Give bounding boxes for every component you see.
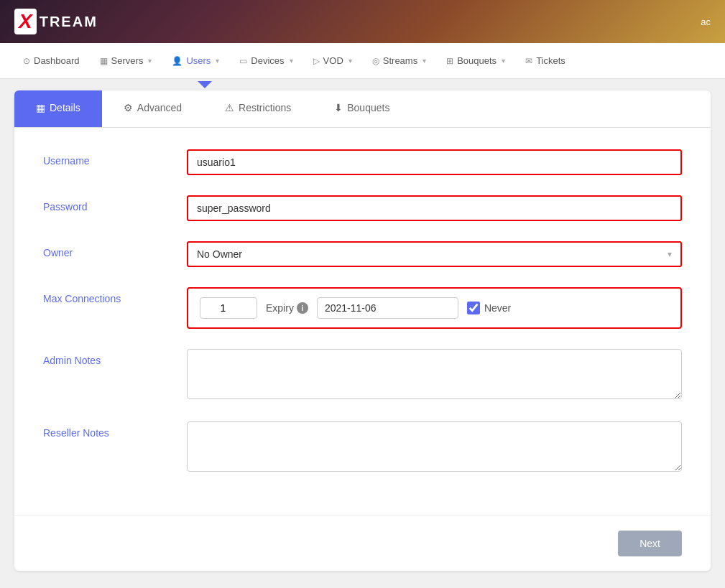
never-group: Never xyxy=(467,302,511,314)
bouquets-icon: ⊞ xyxy=(446,56,453,66)
expiry-text: Expiry xyxy=(266,302,294,314)
bouquets-tab-icon: ⬇ xyxy=(334,102,343,113)
password-field xyxy=(187,195,682,221)
tab-advanced-label: Advanced xyxy=(137,102,182,113)
nav-label-streams: Streams xyxy=(383,55,417,66)
devices-caret: ▾ xyxy=(290,57,293,65)
nav-item-bouquets[interactable]: ⊞ Bouquets ▾ xyxy=(438,50,514,72)
tab-restrictions[interactable]: ⚠ Restrictions xyxy=(203,90,313,127)
nav-label-tickets: Tickets xyxy=(536,55,565,66)
streams-caret: ▾ xyxy=(422,57,426,65)
tab-bouquets-label: Bouquets xyxy=(347,102,389,113)
users-dropdown-arrow xyxy=(198,81,212,88)
never-label: Never xyxy=(484,302,511,314)
main-content: ▦ Details ⚙ Advanced ⚠ Restrictions ⬇ Bo… xyxy=(0,90,725,588)
tab-restrictions-label: Restrictions xyxy=(239,102,291,113)
nav-item-users[interactable]: 👤 Users ▾ xyxy=(163,50,228,72)
admin-notes-textarea[interactable] xyxy=(187,349,682,399)
form-footer: Next xyxy=(14,515,711,571)
dashboard-icon: ⊙ xyxy=(23,56,30,66)
nav-label-dashboard: Dashboard xyxy=(34,55,80,66)
owner-field: No Owner ▾ xyxy=(187,241,682,267)
nav-label-devices: Devices xyxy=(251,55,284,66)
password-row: Password xyxy=(43,195,682,221)
admin-notes-label: Admin Notes xyxy=(43,349,187,366)
nav-item-devices[interactable]: ▭ Devices ▾ xyxy=(231,50,301,72)
logo: X TREAM xyxy=(14,9,98,34)
users-icon: 👤 xyxy=(172,56,183,66)
password-input[interactable] xyxy=(187,195,682,221)
advanced-tab-icon: ⚙ xyxy=(124,102,133,113)
vod-caret: ▾ xyxy=(348,57,352,65)
reseller-notes-textarea[interactable] xyxy=(187,421,682,472)
connections-group: Expiry i Never xyxy=(187,287,682,329)
max-connections-row: Max Connections Expiry i Never xyxy=(43,287,682,329)
owner-select-wrapper: No Owner ▾ xyxy=(187,241,682,267)
app-header: X TREAM ac xyxy=(0,0,725,43)
streams-icon: ◎ xyxy=(372,56,379,66)
reseller-notes-field xyxy=(187,421,682,474)
max-connections-input[interactable] xyxy=(200,297,257,319)
nav-item-tickets[interactable]: ✉ Tickets xyxy=(517,50,574,72)
max-connections-label: Max Connections xyxy=(43,287,187,304)
owner-row: Owner No Owner ▾ xyxy=(43,241,682,267)
username-row: Username xyxy=(43,149,682,175)
logo-tream: TREAM xyxy=(40,14,98,30)
form-body: Username Password Owner No Owner xyxy=(14,128,711,515)
header-user: ac xyxy=(701,17,711,27)
restrictions-tab-icon: ⚠ xyxy=(225,102,234,113)
tab-details-label: Details xyxy=(50,102,80,113)
tab-bouquets[interactable]: ⬇ Bouquets xyxy=(313,90,411,127)
nav-label-bouquets: Bouquets xyxy=(457,55,497,66)
expiry-label: Expiry i xyxy=(266,302,308,314)
vod-icon: ▷ xyxy=(313,56,320,66)
navbar: ⊙ Dashboard ▦ Servers ▾ 👤 Users ▾ ▭ Devi… xyxy=(0,43,725,79)
tab-details[interactable]: ▦ Details xyxy=(14,90,102,127)
never-checkbox[interactable] xyxy=(467,302,480,314)
logo-x: X xyxy=(14,9,37,34)
next-button[interactable]: Next xyxy=(618,531,682,556)
username-field xyxy=(187,149,682,175)
nav-label-servers: Servers xyxy=(111,55,144,66)
users-caret: ▾ xyxy=(216,57,219,65)
password-label: Password xyxy=(43,195,187,213)
nav-item-vod[interactable]: ▷ VOD ▾ xyxy=(305,50,361,72)
admin-notes-field xyxy=(187,349,682,401)
bouquets-caret: ▾ xyxy=(502,57,505,65)
user-form-card: ▦ Details ⚙ Advanced ⚠ Restrictions ⬇ Bo… xyxy=(14,90,711,571)
max-connections-field: Expiry i Never xyxy=(187,287,682,329)
username-input[interactable] xyxy=(187,149,682,175)
nav-item-dashboard[interactable]: ⊙ Dashboard xyxy=(14,50,88,72)
nav-item-streams[interactable]: ◎ Streams ▾ xyxy=(364,50,435,72)
expiry-info-icon: i xyxy=(297,302,308,314)
devices-icon: ▭ xyxy=(239,56,247,66)
owner-label: Owner xyxy=(43,241,187,258)
details-tab-icon: ▦ xyxy=(36,102,45,113)
tickets-icon: ✉ xyxy=(525,56,532,66)
servers-icon: ▦ xyxy=(100,56,108,66)
tab-advanced[interactable]: ⚙ Advanced xyxy=(102,90,203,127)
nav-item-servers[interactable]: ▦ Servers ▾ xyxy=(91,50,161,72)
admin-notes-row: Admin Notes xyxy=(43,349,682,401)
nav-label-vod: VOD xyxy=(323,55,343,66)
reseller-notes-row: Reseller Notes xyxy=(43,421,682,474)
owner-select[interactable]: No Owner xyxy=(188,243,680,266)
nav-label-users: Users xyxy=(186,55,211,66)
servers-caret: ▾ xyxy=(148,57,152,65)
username-label: Username xyxy=(43,149,187,167)
expiry-date-input[interactable] xyxy=(317,297,458,319)
reseller-notes-label: Reseller Notes xyxy=(43,421,187,439)
form-tabs: ▦ Details ⚙ Advanced ⚠ Restrictions ⬇ Bo… xyxy=(14,90,711,128)
